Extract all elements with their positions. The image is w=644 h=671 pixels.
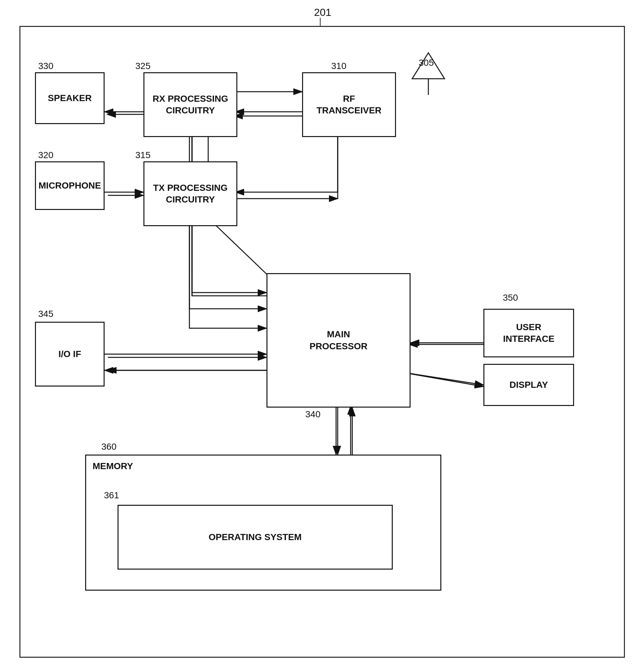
- speaker-box: SPEAKER: [35, 72, 105, 124]
- title-ref-label: 201: [314, 7, 331, 18]
- io-if-box: I/O IF: [35, 322, 105, 387]
- os-ref: 361: [104, 490, 119, 501]
- display-box: DISPLAY: [484, 364, 574, 406]
- rx-processing-box: RX PROCESSING CIRCUITRY: [143, 72, 237, 137]
- microphone-ref: 320: [38, 150, 53, 160]
- operating-system-box: OPERATING SYSTEM: [117, 505, 393, 570]
- tx-processing-box: TX PROCESSING CIRCUITRY: [143, 161, 237, 226]
- rx-processing-ref: 325: [136, 61, 151, 71]
- io-if-ref: 345: [38, 309, 53, 319]
- tx-processing-ref: 315: [136, 150, 151, 160]
- memory-ref: 360: [101, 442, 117, 452]
- rf-transceiver-box: RF TRANSCEIVER: [302, 72, 396, 137]
- user-interface-ref: 350: [503, 293, 518, 303]
- user-interface-box: USER INTERFACE: [484, 309, 574, 357]
- svg-line-30: [411, 374, 484, 385]
- main-processor-box: MAIN PROCESSOR: [267, 273, 411, 408]
- svg-marker-33: [412, 53, 445, 79]
- speaker-ref: 330: [38, 61, 53, 71]
- microphone-box: MICROPHONE: [35, 161, 105, 210]
- svg-line-15: [409, 374, 484, 387]
- rf-transceiver-ref: 310: [331, 61, 346, 71]
- antenna-symbol: [409, 50, 448, 95]
- main-processor-ref: 340: [305, 409, 321, 420]
- diagram-border: 330 SPEAKER 325 RX PROCESSING CIRCUITRY …: [20, 26, 625, 658]
